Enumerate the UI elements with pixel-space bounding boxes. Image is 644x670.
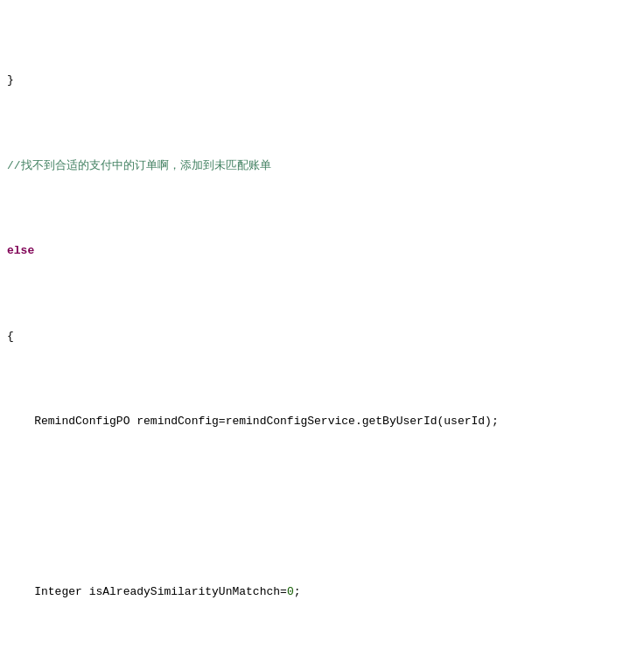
code-line-2: //找不到合适的支付中的订单啊，添加到未匹配账单 <box>0 157 644 175</box>
code-line-7: Integer isAlreadySimilarityUnMatchch=0; <box>0 583 644 601</box>
code-line-4: { <box>0 328 644 345</box>
code-line-5: RemindConfigPO remindConfig=remindConfig… <box>0 413 644 430</box>
code-line-3: else <box>0 242 644 260</box>
code-line-6 <box>0 499 644 516</box>
code-block: } //找不到合适的支付中的订单啊，添加到未匹配账单 else { Remind… <box>0 0 644 670</box>
code-line-1: } <box>0 72 644 89</box>
